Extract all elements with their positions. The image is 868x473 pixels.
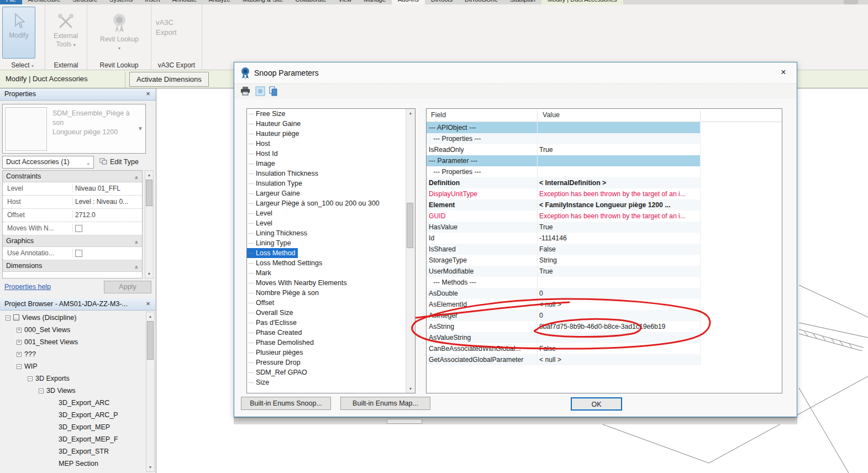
table-row[interactable]: Id-1114146 <box>427 233 701 244</box>
collapse-icon[interactable]: − <box>28 376 33 381</box>
section-header-graphics[interactable]: Graphics» <box>3 235 142 247</box>
tab-dirootsone[interactable]: DiRootsOne <box>459 0 504 4</box>
property-value[interactable]: 2712.0 <box>72 211 139 219</box>
section-header-dimensions[interactable]: Dimensions» <box>3 260 142 272</box>
collapse-icon[interactable]: − <box>17 364 22 369</box>
tab-structure[interactable]: Structure <box>66 0 103 4</box>
collapse-icon[interactable]: − <box>6 316 10 320</box>
table-row[interactable]: --- Properties --- <box>427 133 701 144</box>
table-row[interactable]: UserModifiableTrue <box>427 266 701 277</box>
parameter-list-item[interactable]: Hauteur piège <box>247 129 415 139</box>
close-icon[interactable]: × <box>144 299 152 308</box>
tab-analyze[interactable]: Analyze <box>203 0 236 4</box>
close-icon[interactable]: × <box>144 90 152 98</box>
tab-view[interactable]: View <box>333 0 358 4</box>
table-row[interactable]: Element< FamilyInstance Longueur piège 1… <box>427 199 701 211</box>
tree-item-000-set-views[interactable]: +000_Set Views <box>1 324 146 336</box>
tab-systems[interactable]: Systems <box>103 0 139 4</box>
table-row[interactable]: --- Properties --- <box>427 166 701 177</box>
tab-file[interactable]: File <box>0 0 22 4</box>
column-header-value[interactable]: Value <box>543 111 560 119</box>
builtin-enums-snoop-button[interactable]: Built-in Enums Snoop... <box>241 397 331 410</box>
table-row[interactable]: --- Methods --- <box>427 277 701 288</box>
table-row[interactable]: --- APIObject --- <box>427 122 701 133</box>
checkbox[interactable] <box>75 250 82 257</box>
parameter-list-item[interactable]: Insulation Type <box>247 178 415 188</box>
scroll-down-icon[interactable]: ▼ <box>146 463 154 471</box>
expand-icon[interactable]: + <box>17 340 22 345</box>
scrollbar-thumb[interactable] <box>407 203 413 248</box>
printer-icon[interactable] <box>240 86 251 96</box>
table-row[interactable]: AsDouble0 <box>427 288 701 299</box>
tree-item-label[interactable]: 3D_Export_STR <box>59 448 109 455</box>
type-selector[interactable]: SDM_Ensemble_Piège à son Longueur piège … <box>2 104 146 154</box>
dialog-title-bar[interactable]: Snoop Parameters × <box>234 62 797 83</box>
modify-button[interactable]: Modify <box>2 7 35 59</box>
parameter-list-item[interactable]: Loss Method <box>247 248 298 258</box>
tab-manage[interactable]: Manage <box>357 0 392 4</box>
table-row[interactable]: GUIDException has been thrown by the tar… <box>427 211 701 222</box>
builtin-enums-map-button[interactable]: Built-in Enums Map... <box>340 397 430 410</box>
scroll-up-icon[interactable]: ▲ <box>146 312 154 320</box>
tree-item-label[interactable]: 000_Set Views <box>24 326 70 334</box>
collapse-icon[interactable]: − <box>39 388 44 393</box>
table-row[interactable]: AsElementId< null > <box>427 299 701 310</box>
tree-item-label[interactable]: 3D Exports <box>35 375 70 382</box>
tree-item-001-sheet-views[interactable]: +001_Sheet Views <box>1 336 146 348</box>
tab-add-ins[interactable]: Add-Ins <box>392 0 425 4</box>
table-row[interactable]: GetAssociatedGlobalParameter< null > <box>427 354 701 365</box>
table-row[interactable]: AsValueString <box>427 332 701 343</box>
expand-icon[interactable]: + <box>17 328 22 333</box>
parameter-list-item[interactable]: Loss Method Settings <box>247 258 415 268</box>
tree-item-3d-export-mep[interactable]: 3D_Export_MEP <box>1 421 146 433</box>
checkbox[interactable] <box>75 225 82 232</box>
collapse-section-icon[interactable]: » <box>130 176 141 180</box>
tree-item-3d-views[interactable]: −3D Views <box>1 385 146 397</box>
close-icon[interactable]: × <box>778 67 789 78</box>
scrollbar-thumb[interactable] <box>146 180 152 206</box>
list-scrollbar[interactable]: ▲ ▼ <box>406 109 415 393</box>
column-header-field[interactable]: Field <box>431 111 446 119</box>
parameter-list-item[interactable]: Pas d'Eclisse <box>247 318 415 328</box>
panel-label-select[interactable]: Select ▾ <box>0 61 45 69</box>
tab-stabiplan[interactable]: Stabiplan <box>504 0 541 4</box>
chevron-down-icon[interactable]: ▼ <box>138 125 143 132</box>
property-value[interactable] <box>72 224 139 232</box>
parameter-list-item[interactable]: Level <box>247 208 415 218</box>
tree-item-label[interactable]: 001_Sheet Views <box>24 338 78 346</box>
tree-item-3d-export-arc-p[interactable]: 3D_Export_ARC_P <box>1 409 146 421</box>
tree-item-label[interactable]: WIP <box>24 362 38 370</box>
tree-item-label[interactable]: 3D_Export_MEP <box>59 423 110 431</box>
parameter-list-item[interactable]: Phase Demolished <box>247 338 415 348</box>
property-value[interactable]: Level : Niveau 0... <box>72 198 139 206</box>
tree-item-label[interactable]: 3D Views <box>46 387 76 395</box>
column-divider[interactable] <box>537 110 538 121</box>
parameter-list-item[interactable]: Lining Thickness <box>247 228 415 238</box>
collapse-section-icon[interactable]: » <box>130 241 141 244</box>
parameter-list-item[interactable]: Mark <box>247 268 415 278</box>
parameter-list-item[interactable]: Hauteur Gaine <box>247 119 415 129</box>
tab-modify-duct-accessories[interactable]: Modify | Duct Accessories <box>541 0 623 4</box>
scrollbar-thumb[interactable] <box>147 321 154 360</box>
parameter-list-item[interactable]: Host <box>247 139 415 149</box>
tree-item-label[interactable]: MEP Section <box>59 460 98 467</box>
tree-item--[interactable]: +??? <box>1 348 146 360</box>
parameter-list-item[interactable]: Insulation Thickness <box>247 169 415 178</box>
ribbon-collapse-icon[interactable] <box>844 0 858 4</box>
va3c-export-button[interactable]: vA3CExport <box>156 18 198 38</box>
project-browser-scrollbar[interactable]: ▲ ▼ <box>146 312 155 472</box>
parameter-list-item[interactable]: Image <box>247 159 415 169</box>
external-tools-button[interactable]: External Tools ▾ <box>48 7 84 59</box>
background-horizontal-scrollbar[interactable] <box>234 417 797 424</box>
tree-item-3d-export-str[interactable]: 3D_Export_STR <box>1 445 146 458</box>
scroll-up-icon[interactable]: ▲ <box>406 109 415 117</box>
table-row[interactable]: IsSharedFalse <box>427 244 701 255</box>
table-row[interactable]: DisplayUnitTypeException has been thrown… <box>427 188 701 199</box>
tree-item-3d-exports[interactable]: −3D Exports <box>1 372 146 385</box>
parameter-list-item[interactable]: SDM_Ref GPAO <box>247 367 415 377</box>
properties-scrollbar[interactable]: ▲ ▼ <box>145 170 154 278</box>
parameter-list-item[interactable]: Lining Type <box>247 238 415 248</box>
property-value[interactable] <box>72 249 139 257</box>
parameter-list-item[interactable]: Level <box>247 218 415 228</box>
collapse-section-icon[interactable]: » <box>130 266 141 269</box>
